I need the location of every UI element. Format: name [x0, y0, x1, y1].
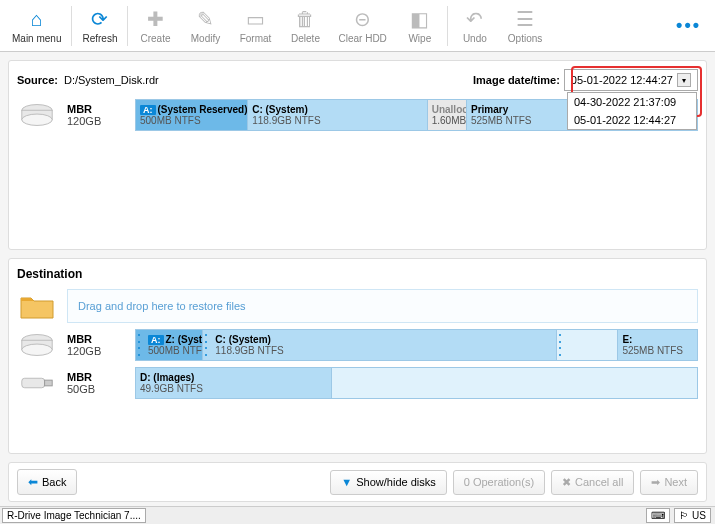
back-label: Back [42, 476, 66, 488]
partition-name: C: (System) [215, 334, 551, 345]
back-button[interactable]: ⬅ Back [17, 469, 77, 495]
disk-type: MBR [67, 333, 127, 345]
disk-size: 50GB [67, 383, 127, 395]
partition-sub: 118.9GB NTFS [215, 345, 551, 356]
partition-c-system[interactable]: C: (System) 118.9GB NTFS [248, 100, 428, 130]
partition-unallocated[interactable]: Unallocat 1.60MB [428, 100, 467, 130]
hdd-icon [17, 101, 57, 129]
dest-disk-row-2: MBR 50GB D: (Images) 49.9GB NTFS [17, 367, 698, 399]
clear-hdd-button[interactable]: ⊝ Clear HDD [330, 2, 394, 50]
disk-type: MBR [67, 103, 127, 115]
partition-sub: 500MB NTFS [148, 345, 198, 356]
format-label: Format [240, 33, 272, 44]
undo-label: Undo [463, 33, 487, 44]
pencil-icon: ✎ [197, 7, 214, 31]
partition-name: E: [622, 334, 693, 345]
partition-bar: D: (Images) 49.9GB NTFS [135, 367, 698, 399]
svg-point-2 [22, 114, 52, 125]
folder-icon [17, 292, 57, 320]
show-hide-disks-button[interactable]: ▼ Show/hide disks [330, 470, 446, 495]
datetime-option[interactable]: 04-30-2022 21:37:09 [568, 93, 696, 111]
destination-panel: Destination Drag and drop here to restor… [8, 258, 707, 454]
modify-button[interactable]: ✎ Modify [180, 2, 230, 50]
keyboard-icon[interactable]: ⌨ [646, 508, 670, 523]
clear-icon: ⊝ [354, 7, 371, 31]
disk-info: MBR 120GB [67, 333, 127, 357]
datetime-dropdown: 04-30-2022 21:37:09 05-01-2022 12:44:27 [567, 92, 697, 130]
main-toolbar: ⌂ Main menu ⟳ Refresh ✚ Create ✎ Modify … [0, 0, 715, 52]
delete-button[interactable]: 🗑 Delete [280, 2, 330, 50]
partition-system-reserved[interactable]: A:(System Reserved) 500MB NTFS [136, 100, 248, 130]
partition-name: (System Reserved) [158, 104, 248, 115]
partition-bar: A:Z: (System Re 500MB NTFS C: (System) 1… [135, 329, 698, 361]
arrow-left-icon: ⬅ [28, 475, 38, 489]
arrow-right-icon: ➡ [651, 476, 660, 489]
datetime-label: Image date/time: [473, 74, 560, 86]
refresh-label: Refresh [82, 33, 117, 44]
datetime-option[interactable]: 05-01-2022 12:44:27 [568, 111, 696, 129]
statusbar: R-Drive Image Technician 7.... ⌨ 🏳 US [0, 506, 715, 524]
disk-size: 120GB [67, 115, 127, 127]
grip-icon[interactable] [138, 332, 144, 358]
partition-c[interactable]: C: (System) 118.9GB NTFS [203, 330, 556, 360]
format-button[interactable]: ▭ Format [230, 2, 280, 50]
footer-bar: ⬅ Back ▼ Show/hide disks 0 Operation(s) … [8, 462, 707, 502]
hdd-icon [17, 331, 57, 359]
disk-type: MBR [67, 371, 127, 383]
partition-empty[interactable] [557, 330, 619, 360]
filter-icon: ▼ [341, 476, 352, 488]
delete-label: Delete [291, 33, 320, 44]
undo-button[interactable]: ↶ Undo [450, 2, 500, 50]
grip-icon[interactable] [559, 332, 565, 358]
partition-sub: 500MB NTFS [140, 115, 243, 126]
partition-sub: 1.60MB [432, 115, 462, 126]
main-menu-button[interactable]: ⌂ Main menu [4, 2, 69, 50]
lang-label: US [692, 510, 706, 521]
grip-icon[interactable] [205, 332, 211, 358]
drop-zone[interactable]: Drag and drop here to restore files [67, 289, 698, 323]
wipe-button[interactable]: ◧ Wipe [395, 2, 445, 50]
partition-name: C: (System) [252, 104, 423, 115]
clear-hdd-label: Clear HDD [338, 33, 386, 44]
lang-indicator[interactable]: 🏳 US [674, 508, 711, 523]
usb-icon [17, 369, 57, 397]
svg-point-5 [22, 344, 52, 355]
refresh-icon: ⟳ [91, 7, 108, 31]
toolbar-separator [127, 6, 128, 46]
eraser-icon: ◧ [410, 7, 429, 31]
partition-sub: 525MB NTFS [622, 345, 693, 356]
format-icon: ▭ [246, 7, 265, 31]
partition-e[interactable]: E: 525MB NTFS [618, 330, 697, 360]
next-button[interactable]: ➡ Next [640, 470, 698, 495]
drop-zone-row: Drag and drop here to restore files [17, 289, 698, 323]
partition-name: D: (Images) [140, 372, 327, 383]
options-label: Options [508, 33, 542, 44]
partition-z[interactable]: A:Z: (System Re 500MB NTFS [136, 330, 203, 360]
create-button[interactable]: ✚ Create [130, 2, 180, 50]
datetime-value: 05-01-2022 12:44:27 [571, 74, 673, 86]
status-app-name: R-Drive Image Technician 7.... [2, 508, 146, 523]
operations-button[interactable]: 0 Operation(s) [453, 470, 545, 495]
svg-rect-6 [22, 378, 45, 388]
trash-icon: 🗑 [295, 8, 315, 31]
source-label: Source: [17, 74, 58, 86]
home-icon: ⌂ [31, 8, 43, 31]
destination-title: Destination [17, 267, 698, 281]
more-button[interactable]: ••• [666, 15, 711, 36]
toolbar-separator [447, 6, 448, 46]
plus-icon: ✚ [147, 7, 164, 31]
partition-empty[interactable] [332, 368, 697, 398]
disk-info: MBR 50GB [67, 371, 127, 395]
options-button[interactable]: ☰ Options [500, 2, 550, 50]
chevron-down-icon[interactable]: ▾ [677, 73, 691, 87]
x-icon: ✖ [562, 476, 571, 489]
datetime-select[interactable]: 05-01-2022 12:44:27 ▾ 04-30-2022 21:37:0… [564, 69, 698, 91]
partition-d[interactable]: D: (Images) 49.9GB NTFS [136, 368, 332, 398]
menu-icon: ☰ [516, 7, 534, 31]
source-path: D:/System_Disk.rdr [64, 74, 159, 86]
partition-sub: 49.9GB NTFS [140, 383, 327, 394]
partition-name: Z: (System Re [166, 334, 204, 345]
refresh-button[interactable]: ⟳ Refresh [74, 2, 125, 50]
cancel-label: Cancel all [575, 476, 623, 488]
cancel-all-button[interactable]: ✖ Cancel all [551, 470, 634, 495]
